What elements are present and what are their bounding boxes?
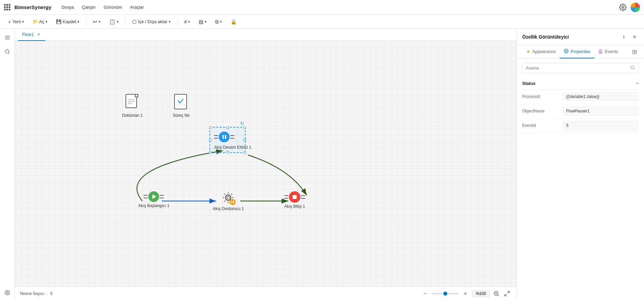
svg-point-22: [565, 50, 567, 52]
separator3: [177, 18, 178, 26]
section-collapse-btn[interactable]: −: [636, 81, 639, 86]
zoom-plus-button[interactable]: +: [461, 290, 469, 298]
settings-icon[interactable]: [619, 4, 627, 11]
search-input[interactable]: [526, 65, 628, 70]
toolbar: + Yeni ▾ 📁 Aç ▾ 💾 Kaydet ▾ ↩ ▾ 📋 ▾ ⬡ İçe…: [0, 15, 644, 29]
node-end1[interactable]: Akış Bitişi 1: [284, 191, 305, 209]
sidebar-search-icon[interactable]: [2, 46, 13, 57]
tab-flow1-label: Flow1: [22, 32, 34, 37]
prop-label-objectname: ObjectName: [522, 109, 559, 113]
properties-icon: [564, 49, 568, 54]
import-export-button[interactable]: ⬡ İçe / Dışa aktar ▾: [129, 17, 174, 27]
main-layout: Flow1 ✕: [0, 29, 644, 300]
rotate-handle[interactable]: ↻: [240, 121, 245, 126]
menu-gorunum[interactable]: Görünüm: [100, 3, 125, 11]
panel-layout-btn[interactable]: [631, 48, 639, 56]
grid-toggle-button[interactable]: # ▾: [181, 17, 193, 26]
zoom-minus-button[interactable]: −: [421, 290, 429, 298]
node-process1[interactable]: Süreç No: [172, 93, 191, 118]
selection-box: ↻: [209, 127, 246, 153]
tab-properties[interactable]: Properties: [560, 45, 594, 58]
panel-title: Özellik Görüntüleyici: [522, 34, 569, 40]
node-start1[interactable]: Akış Başlangıcı 1: [138, 191, 169, 208]
panel-pin-button[interactable]: [620, 33, 628, 41]
canvas-grid[interactable]: Doküman 1 Süreç No: [15, 41, 516, 287]
panel-close-button[interactable]: ✕: [631, 33, 639, 41]
sidebar-bottom-icon[interactable]: [4, 290, 10, 297]
import-chevron-icon: ▾: [169, 20, 170, 23]
menu-calistir[interactable]: Çalıştır: [79, 3, 99, 11]
svg-point-3: [5, 290, 10, 295]
left-sidebar: [0, 29, 15, 300]
events-icon: ☰: [598, 49, 603, 54]
prop-value-objectname[interactable]: FlowPauser1: [563, 107, 639, 115]
svg-rect-9: [135, 94, 138, 97]
fit-to-screen-button[interactable]: [503, 290, 511, 298]
zoom-fit-button[interactable]: [492, 290, 500, 298]
canvas-area: Flow1 ✕: [15, 29, 516, 300]
undo-button[interactable]: ↩ ▾: [90, 17, 104, 27]
menu-dosya[interactable]: Dosya: [58, 3, 77, 11]
prop-row-objectname: ObjectName FlowPauser1: [522, 104, 639, 118]
node-end1-label: Akış Bitişi 1: [284, 204, 305, 209]
sidebar-tools-icon[interactable]: [2, 32, 13, 43]
open-button[interactable]: 📁 Aç ▾: [29, 17, 51, 26]
prop-label-eventid: EventId: [522, 123, 559, 128]
prop-row-processid: ProcessId {{Variable1.Value}}: [522, 90, 639, 104]
node-document1[interactable]: Doküman 1: [122, 93, 143, 118]
svg-point-0: [622, 6, 624, 8]
folder-icon: 📁: [33, 19, 38, 24]
right-panel: Özellik Görüntüleyici ✕ ✦ Appearance: [516, 29, 644, 300]
svg-point-2: [6, 292, 8, 294]
prop-row-eventid: EventId 5: [522, 118, 639, 133]
node-process1-label: Süreç No: [173, 113, 190, 118]
layout-button[interactable]: ▤ ▾: [195, 17, 210, 27]
topbar-menu: Dosya Çalıştır Görünüm Araçlar: [58, 3, 147, 11]
svg-point-1: [5, 50, 9, 53]
app-logo: BimserSynergy: [4, 4, 51, 10]
prop-value-eventid[interactable]: 5: [563, 121, 639, 130]
tab-properties-label: Properties: [571, 49, 590, 54]
copy-chevron-icon: ▾: [220, 20, 222, 23]
appearance-icon: ✦: [526, 49, 530, 54]
prop-value-processid[interactable]: {{Variable1.Value}}: [563, 92, 639, 101]
node-gear-label: Akış Durdurucu 1: [213, 206, 244, 211]
separator2: [125, 18, 126, 26]
save-button[interactable]: 💾 Kaydet ▾: [53, 17, 83, 26]
tab-events[interactable]: ☰ Events: [594, 45, 622, 58]
object-count-value: 6: [50, 291, 53, 296]
new-chevron-icon: ▾: [22, 20, 24, 23]
svg-point-26: [631, 66, 634, 69]
tab-appearance[interactable]: ✦ Appearance: [522, 45, 560, 58]
copy-icon: ⧉: [215, 19, 219, 25]
node-start1-label: Akış Başlangıcı 1: [138, 203, 169, 208]
svg-line-21: [505, 294, 506, 296]
search-icon: [630, 65, 635, 71]
tab-close-icon[interactable]: ✕: [36, 32, 41, 37]
import-export-icon: ⬡: [132, 19, 137, 25]
tab-flow1[interactable]: Flow1 ✕: [18, 29, 45, 41]
new-button[interactable]: + Yeni ▾: [5, 17, 27, 26]
node-pauser1[interactable]: ↻: [214, 132, 251, 150]
copy-button[interactable]: ⧉ ▾: [212, 17, 225, 27]
tab-appearance-label: Appearance: [532, 49, 556, 54]
zoom-percent-input[interactable]: [472, 290, 490, 297]
grid-chevron-icon: ▾: [188, 20, 190, 23]
user-avatar[interactable]: [631, 3, 640, 12]
save-icon: 💾: [56, 19, 61, 24]
paste-chevron-icon: ▾: [117, 20, 118, 23]
node-gear-pause[interactable]: Akış Durdurucu 1: [213, 190, 244, 211]
menu-araclar[interactable]: Araçlar: [127, 3, 147, 11]
zoom-handle: [443, 292, 447, 296]
panel-search: [522, 63, 639, 73]
save-chevron-icon: ▾: [78, 20, 79, 23]
canvas-connections: [15, 41, 516, 287]
end-circle: [289, 191, 300, 203]
topbar: BimserSynergy Dosya Çalıştır Görünüm Ara…: [0, 0, 644, 15]
properties-section: Status − ProcessId {{Variable1.Value}} O…: [517, 77, 644, 133]
lock-button[interactable]: 🔒: [227, 17, 240, 27]
paste-button[interactable]: 📋 ▾: [106, 17, 122, 27]
zoom-slider[interactable]: [432, 293, 459, 294]
start-circle: [148, 191, 159, 202]
separator1: [86, 18, 86, 26]
